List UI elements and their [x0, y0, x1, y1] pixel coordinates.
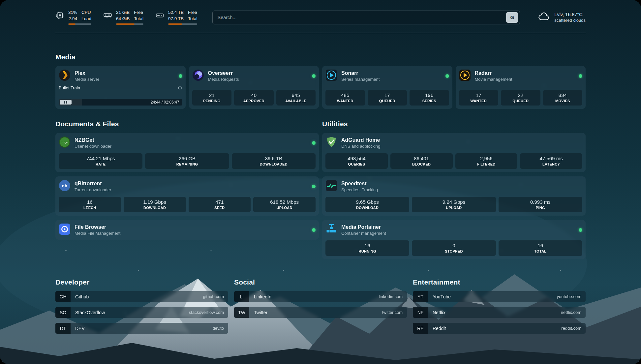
qbittorrent-card[interactable]: qb qBittorrent Torrent downloader — [55, 176, 319, 216]
filebrowser-icon — [59, 223, 71, 236]
bookmark-link[interactable]: LI LinkedIn linkedin.com — [234, 291, 407, 302]
bookmark-link[interactable]: RE Reddit reddit.com — [413, 323, 586, 334]
stat-block: 40 APPROVED — [234, 90, 274, 106]
bookmark-group-developer: Developer GH Github github.com SO StackO… — [55, 278, 228, 334]
radarr-icon — [459, 69, 471, 82]
sonarr-stats: 485 WANTED 17 QUEUED 196 SERIES — [325, 90, 449, 106]
stat-value: 834 — [544, 92, 581, 98]
bookmark-link[interactable]: GH Github github.com — [55, 291, 228, 302]
speedtest-card[interactable]: Speedtest Speedtest Tracking 9.65 Gbps D… — [322, 176, 586, 216]
stat-label: DOWNLOAD — [125, 206, 185, 210]
stat-label: QUEUED — [502, 99, 539, 103]
cpu-progress-bar — [68, 23, 91, 25]
media-section: Media Plex Medi — [55, 53, 586, 109]
service-description: Torrent downloader — [75, 187, 111, 192]
stat-label: PING — [500, 206, 581, 210]
social-section-title: Social — [234, 278, 407, 286]
stat-label: UPLOAD — [255, 206, 314, 210]
now-playing-title: Bullet Train — [59, 85, 80, 90]
stat-value: 196 — [411, 92, 448, 98]
overseerr-icon — [192, 69, 204, 82]
disk-total-value: 97.9 TB — [168, 16, 184, 21]
stat-block: 834 MOVIES — [543, 90, 583, 106]
bookmark-link[interactable]: TW Twitter twitter.com — [234, 307, 407, 318]
bookmark-link[interactable]: SO StackOverflow stackoverflow.com — [55, 307, 228, 318]
bookmark-url: youtube.com — [557, 294, 581, 299]
bookmark-abbr: LI — [234, 291, 249, 302]
disk-icon — [155, 11, 164, 25]
bookmark-url: dev.to — [213, 326, 224, 331]
weather-location: Lviv, 16.87°C — [554, 12, 586, 17]
radarr-stats: 17 WANTED 22 QUEUED 834 MOVIES — [459, 90, 583, 106]
bookmark-name: Netflix — [433, 310, 445, 315]
search-provider-button[interactable]: G — [506, 12, 518, 23]
bookmark-url: reddit.com — [561, 326, 581, 331]
stat-block: 266 GB REMAINING — [145, 153, 229, 169]
stat-label: RUNNING — [327, 249, 408, 253]
documents-section: Documents & Files nzbget NZBGet — [55, 120, 319, 259]
disk-total-label: Total — [188, 16, 198, 21]
system-widgets: 31% 2.94 CPU Load — [55, 10, 197, 25]
bookmark-url: linkedin.com — [379, 294, 403, 299]
gear-icon[interactable]: ⚙ — [178, 85, 182, 90]
search-input[interactable] — [217, 15, 506, 20]
bookmark-abbr: TW — [234, 307, 249, 318]
bookmark-abbr: GH — [55, 291, 71, 302]
service-name: Plex — [75, 70, 99, 76]
nzbget-stats: 744.21 Mbps RATE 266 GB REMAINING 39.6 T… — [59, 153, 316, 169]
status-dot-online — [312, 74, 316, 78]
bookmark-group-entertainment: Entertainment YT YouTube youtube.com NF … — [413, 278, 586, 334]
status-dot-online — [312, 185, 316, 188]
status-dot-online — [445, 74, 449, 78]
bookmark-name: Github — [75, 294, 89, 299]
cpu-load-label: Load — [81, 16, 91, 21]
stat-block: 16 RUNNING — [325, 240, 409, 256]
stat-value: 945 — [278, 92, 315, 98]
stat-label: DOWNLOADED — [233, 162, 314, 166]
pause-button[interactable] — [60, 100, 72, 105]
bookmark-url: twitter.com — [382, 310, 403, 315]
service-description: Series management — [341, 77, 380, 82]
radarr-card[interactable]: Radarr Movie management 17 WANTED — [456, 66, 586, 109]
stat-block: 47.569 ms LATENCY — [520, 153, 582, 169]
adguard-card[interactable]: AdGuard Home DNS and adblocking 498,564 … — [322, 133, 586, 172]
dashboard-content: 31% 2.94 CPU Load — [0, 0, 641, 364]
stat-block: 744.21 Mbps RATE — [59, 153, 142, 169]
status-dot-online — [312, 141, 316, 145]
stat-value: 1.19 Gbps — [125, 199, 185, 205]
status-dot-online — [179, 74, 182, 78]
status-dot-online — [312, 228, 316, 232]
bookmark-url: github.com — [203, 294, 224, 299]
service-name: AdGuard Home — [341, 137, 381, 143]
stat-value: 86,401 — [392, 156, 451, 161]
status-dot-online — [579, 74, 582, 78]
bookmark-link[interactable]: DT DEV dev.to — [55, 323, 228, 334]
svg-text:nzbget: nzbget — [61, 141, 69, 144]
overseerr-card[interactable]: Overseerr Media Requests 21 PENDING — [189, 66, 319, 109]
stat-value: 0.993 ms — [500, 199, 581, 205]
stat-block: 196 SERIES — [410, 90, 449, 106]
stat-value: 618.52 Mbps — [255, 199, 314, 205]
stat-label: PENDING — [194, 99, 230, 103]
overseerr-stats: 21 PENDING 40 APPROVED 945 AVAILAB — [192, 90, 316, 106]
bookmark-link[interactable]: NF Netflix netflix.com — [413, 307, 586, 318]
nzbget-card[interactable]: nzbget NZBGet Usenet downloader — [55, 133, 319, 172]
sonarr-card[interactable]: Sonarr Series management 485 WANTED — [322, 66, 452, 109]
bookmark-name: YouTube — [433, 294, 451, 299]
disk-progress-bar — [168, 23, 198, 25]
dashboard-screen: 31% 2.94 CPU Load — [0, 0, 641, 364]
stat-block: 2,956 FILTERED — [455, 153, 518, 169]
service-description: Container management — [341, 231, 386, 236]
filebrowser-card[interactable]: File Browser Media File Management — [55, 220, 319, 240]
bookmark-link[interactable]: YT YouTube youtube.com — [413, 291, 586, 302]
plex-card[interactable]: Plex Media server Bullet Train ⚙ 24:44 /… — [55, 66, 186, 109]
stat-block: 16 LEECH — [59, 197, 121, 212]
stat-value: 744.21 Mbps — [60, 156, 141, 161]
portainer-card[interactable]: Media Portainer Container management 16 … — [322, 220, 586, 259]
memory-widget: 21 GiB 64 GiB Free Total — [103, 10, 143, 25]
stat-block: 17 QUEUED — [368, 90, 407, 106]
service-description: Movie management — [475, 77, 512, 82]
service-name: Overseerr — [208, 70, 239, 76]
service-name: Radarr — [475, 70, 512, 76]
stat-block: 471 SEED — [189, 197, 251, 212]
